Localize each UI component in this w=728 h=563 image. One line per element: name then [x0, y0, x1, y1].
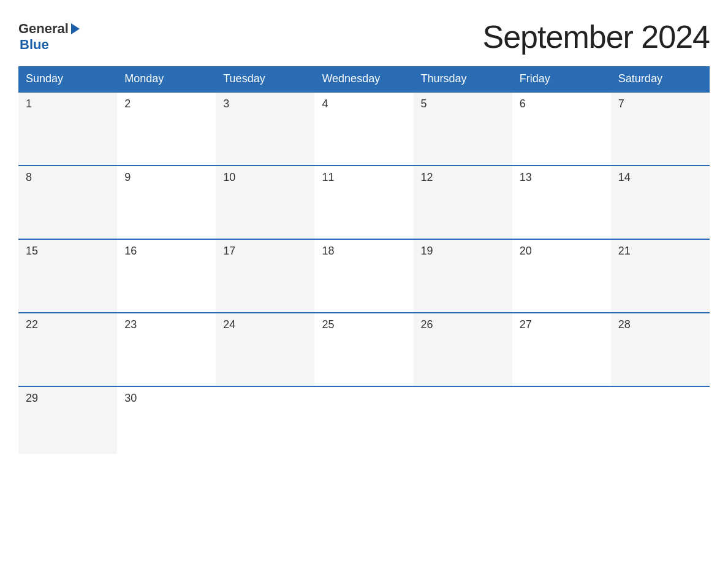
day-number: 9	[124, 171, 131, 183]
day-number: 28	[618, 318, 631, 331]
day-number: 26	[421, 318, 433, 331]
day-number: 20	[520, 245, 532, 257]
calendar-cell: 3	[216, 92, 314, 166]
calendar-cell: 24	[216, 313, 314, 386]
day-number: 15	[26, 245, 38, 257]
calendar-cell: 4	[314, 92, 413, 166]
day-number: 19	[421, 245, 433, 257]
calendar-cell: 16	[117, 239, 216, 313]
weekday-header-thursday: Thursday	[414, 66, 512, 92]
logo-triangle-icon	[71, 23, 80, 34]
calendar-cell: 19	[414, 239, 512, 313]
weekday-header-row: SundayMondayTuesdayWednesdayThursdayFrid…	[18, 66, 710, 92]
day-number: 16	[124, 245, 137, 257]
calendar-cell: 12	[414, 166, 512, 239]
week-row-4: 22232425262728	[18, 313, 710, 386]
calendar-cell	[216, 386, 314, 454]
day-number: 7	[618, 98, 624, 110]
day-number: 2	[124, 98, 131, 110]
day-number: 6	[520, 98, 526, 110]
logo: General Blue	[18, 21, 80, 53]
calendar-cell: 18	[314, 239, 413, 313]
calendar-cell: 5	[414, 92, 512, 166]
calendar-cell: 2	[117, 92, 216, 166]
calendar-cell: 30	[117, 386, 216, 454]
day-number: 5	[421, 98, 427, 110]
day-number: 25	[322, 318, 334, 331]
calendar-cell: 14	[611, 166, 710, 239]
day-number: 8	[26, 171, 32, 183]
weekday-header-friday: Friday	[512, 66, 611, 92]
logo-general-label: General	[18, 21, 69, 37]
day-number: 21	[618, 245, 631, 257]
calendar-cell: 10	[216, 166, 314, 239]
day-number: 27	[520, 318, 532, 331]
calendar-cell	[414, 386, 512, 454]
calendar-cell: 11	[314, 166, 413, 239]
day-number: 17	[223, 245, 235, 257]
weekday-header-wednesday: Wednesday	[314, 66, 413, 92]
calendar-cell: 20	[512, 239, 611, 313]
calendar-cell: 17	[216, 239, 314, 313]
day-number: 3	[223, 98, 229, 110]
day-number: 14	[618, 171, 631, 183]
calendar-cell	[512, 386, 611, 454]
day-number: 29	[26, 392, 38, 404]
day-number: 10	[223, 171, 235, 183]
day-number: 24	[223, 318, 235, 331]
calendar-cell: 9	[117, 166, 216, 239]
calendar-cell: 22	[18, 313, 117, 386]
calendar-cell: 23	[117, 313, 216, 386]
calendar-cell: 21	[611, 239, 710, 313]
calendar-cell: 26	[414, 313, 512, 386]
calendar-cell: 6	[512, 92, 611, 166]
calendar-cell	[611, 386, 710, 454]
week-row-5: 2930	[18, 386, 710, 454]
day-number: 30	[124, 392, 137, 404]
week-row-1: 1234567	[18, 92, 710, 166]
weekday-header-tuesday: Tuesday	[216, 66, 314, 92]
calendar-cell: 25	[314, 313, 413, 386]
day-number: 23	[124, 318, 137, 331]
weekday-header-saturday: Saturday	[611, 66, 710, 92]
calendar-cell: 7	[611, 92, 710, 166]
logo-general-text: General	[18, 21, 80, 37]
weekday-header-sunday: Sunday	[18, 66, 117, 92]
page-header: General Blue September 2024	[18, 18, 710, 55]
calendar-table: SundayMondayTuesdayWednesdayThursdayFrid…	[18, 66, 710, 454]
day-number: 11	[322, 171, 334, 183]
day-number: 13	[520, 171, 532, 183]
calendar-cell: 27	[512, 313, 611, 386]
day-number: 18	[322, 245, 334, 257]
logo-blue-label: Blue	[18, 37, 49, 53]
week-row-3: 15161718192021	[18, 239, 710, 313]
calendar-cell	[314, 386, 413, 454]
day-number: 22	[26, 318, 38, 331]
calendar-cell: 13	[512, 166, 611, 239]
calendar-cell: 15	[18, 239, 117, 313]
month-title: September 2024	[483, 18, 710, 55]
day-number: 1	[26, 98, 32, 110]
weekday-header-monday: Monday	[117, 66, 216, 92]
calendar-cell: 29	[18, 386, 117, 454]
calendar-cell: 1	[18, 92, 117, 166]
calendar-cell: 8	[18, 166, 117, 239]
week-row-2: 891011121314	[18, 166, 710, 239]
day-number: 4	[322, 98, 328, 110]
day-number: 12	[421, 171, 433, 183]
calendar-cell: 28	[611, 313, 710, 386]
